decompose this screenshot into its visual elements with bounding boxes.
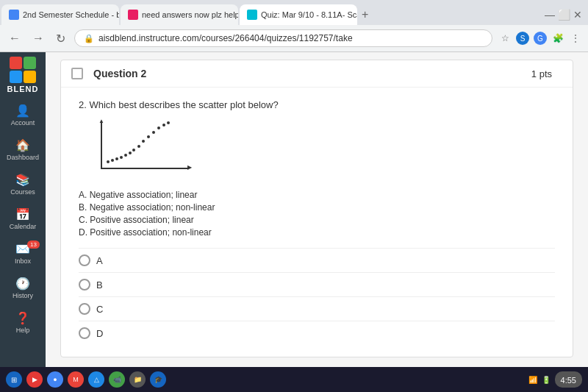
radio-option-a[interactable]: A: [79, 248, 555, 272]
answer-choices: A. Negative association; linear B. Negat…: [79, 190, 555, 238]
radio-c-circle[interactable]: [79, 303, 90, 315]
new-tab-button[interactable]: +: [362, 8, 368, 21]
files-symbol: 📁: [134, 376, 142, 383]
sidebar-item-courses[interactable]: 📚 Courses: [0, 167, 46, 202]
logo-blue: [10, 71, 22, 83]
question-2-text: 2. Which best describes the scatter plot…: [79, 99, 555, 110]
dot-11: [152, 131, 155, 134]
meet-icon[interactable]: 📹: [109, 371, 125, 388]
menu-icon[interactable]: ⋮: [569, 32, 582, 45]
forward-button[interactable]: →: [29, 30, 47, 46]
restore-icon[interactable]: ⬜: [558, 9, 570, 21]
dot-8: [137, 145, 140, 148]
sidebar: BLEND 👤 Account 🏠 Dashboard 📚 Courses 📅 …: [0, 52, 46, 392]
tab-2-label: need answers now plz help - Br...: [142, 10, 238, 19]
tab-1[interactable]: 2nd Semester Schedule - brand... ✕: [1, 4, 119, 25]
dot-6: [129, 152, 132, 154]
radio-option-d[interactable]: D: [79, 321, 555, 345]
radio-a-circle[interactable]: [79, 254, 90, 266]
question-2-card: Question 2 1 pts 2. Which best describes…: [60, 60, 573, 357]
y-arrow: ▲: [98, 118, 104, 124]
choice-a-text: A. Negative association; linear: [79, 190, 555, 200]
sidebar-item-history[interactable]: 🕐 History: [0, 271, 46, 305]
address-bar[interactable]: 🔒 aisdblend.instructure.com/courses/2664…: [74, 29, 492, 47]
radio-d-circle[interactable]: [79, 327, 90, 339]
radio-option-b[interactable]: B: [79, 272, 555, 296]
files-icon[interactable]: 📁: [129, 371, 146, 388]
time-display: 4:55: [555, 371, 582, 388]
sidebar-item-account[interactable]: 👤 Account: [0, 98, 46, 132]
youtube-symbol: ▶: [32, 376, 37, 383]
sidebar-item-help[interactable]: ❓ Help: [0, 305, 46, 340]
sidebar-item-calendar-label: Calendar: [10, 223, 37, 230]
drive-icon[interactable]: △: [88, 371, 104, 388]
sidebar-item-dashboard-label: Dashboard: [7, 154, 39, 161]
toolbar-icons: ☆ S G 🧩 ⋮: [498, 32, 582, 45]
browser-chrome: 2nd Semester Schedule - brand... ✕ need …: [0, 0, 588, 52]
back-button[interactable]: ←: [6, 30, 24, 46]
dashboard-icon: 🏠: [15, 138, 30, 152]
x-axis: [101, 168, 189, 169]
chrome-icon[interactable]: ●: [47, 371, 63, 388]
question-2-header: Question 2 1 pts: [61, 60, 573, 87]
dot-4: [120, 156, 123, 159]
blend-logo-grid: [10, 57, 36, 83]
blend-logo-text: BLEND: [7, 85, 39, 93]
taskbar-start[interactable]: ⊞: [6, 371, 22, 388]
x-arrow: ▶: [187, 164, 192, 171]
taskbar-start-icon: ⊞: [11, 376, 17, 384]
battery-icon: 🔋: [542, 376, 551, 384]
tab-3[interactable]: Quiz: Mar 9/10 - 8.11A- Scatter... ✕: [240, 4, 357, 25]
tab-1-favicon: [9, 10, 19, 20]
bookmark-icon[interactable]: ☆: [498, 32, 512, 45]
classroom-icon[interactable]: 🎓: [150, 371, 166, 388]
dot-2: [111, 159, 114, 162]
window-controls: — ⬜ ✕: [545, 9, 588, 21]
dot-3: [115, 157, 118, 160]
tab-3-label: Quiz: Mar 9/10 - 8.11A- Scatter...: [261, 10, 357, 19]
question-2-checkbox[interactable]: [71, 68, 83, 79]
extensions-icon[interactable]: 🧩: [551, 32, 564, 45]
lock-icon: 🔒: [84, 34, 94, 43]
courses-icon: 📚: [15, 173, 30, 187]
google-icon[interactable]: G: [534, 32, 547, 45]
tab-2[interactable]: need answers now plz help - Br... ✕: [121, 4, 238, 25]
dot-9: [142, 140, 145, 143]
meet-symbol: 📹: [113, 376, 121, 383]
dot-1: [107, 160, 110, 163]
scatter-plot: ▲ ▶: [86, 121, 189, 179]
address-text: aisdblend.instructure.com/courses/266404…: [98, 33, 483, 43]
choice-b-text: B. Negative association; non-linear: [79, 202, 555, 213]
radio-d-label: D: [96, 328, 103, 339]
radio-a-label: A: [96, 255, 103, 266]
sidebar-logo: BLEND: [0, 52, 46, 98]
dot-7: [132, 149, 135, 152]
reload-button[interactable]: ↻: [53, 30, 68, 47]
radio-option-c[interactable]: C: [79, 296, 555, 321]
gmail-icon[interactable]: M: [68, 371, 84, 388]
dot-12: [157, 126, 160, 129]
sidebar-item-calendar[interactable]: 📅 Calendar: [0, 202, 46, 236]
tab-1-label: 2nd Semester Schedule - brand...: [23, 10, 119, 19]
radio-b-circle[interactable]: [79, 279, 90, 291]
inbox-badge: 13: [27, 240, 40, 249]
chrome-symbol: ●: [53, 376, 57, 383]
dot-10: [147, 135, 150, 138]
profile-icon[interactable]: S: [516, 32, 529, 45]
tab-bar: 2nd Semester Schedule - brand... ✕ need …: [0, 0, 588, 25]
sidebar-item-help-label: Help: [16, 327, 30, 334]
minimize-icon[interactable]: —: [545, 9, 555, 21]
question-2-pts: 1 pts: [531, 68, 552, 79]
sidebar-item-dashboard[interactable]: 🏠 Dashboard: [0, 132, 46, 167]
dot-5: [124, 154, 127, 157]
youtube-icon[interactable]: ▶: [26, 371, 43, 388]
question-2-body: 2. Which best describes the scatter plot…: [61, 87, 573, 357]
logo-yellow: [24, 71, 36, 83]
history-icon: 🕐: [15, 277, 30, 291]
dot-13: [162, 124, 165, 126]
sidebar-item-inbox[interactable]: ✉️ 13 Inbox: [0, 236, 46, 271]
logo-red: [10, 57, 22, 69]
help-icon: ❓: [15, 311, 30, 325]
sidebar-item-inbox-label: Inbox: [15, 257, 31, 265]
close-icon[interactable]: ✕: [573, 9, 582, 21]
